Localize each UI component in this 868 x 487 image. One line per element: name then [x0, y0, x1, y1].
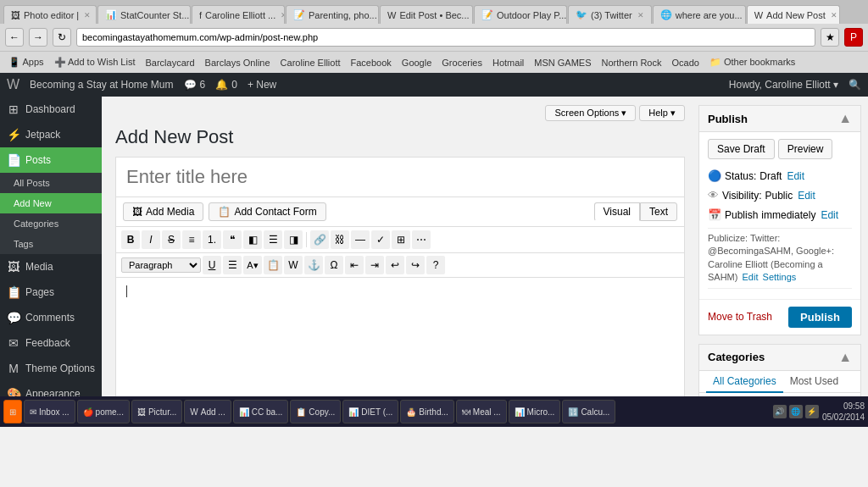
strikethrough-button[interactable]: S [162, 230, 181, 249]
sidebar-item-all-posts[interactable]: All Posts [0, 173, 102, 193]
show-hide-button[interactable]: ⋯ [412, 230, 431, 249]
sidebar-item-jetpack[interactable]: ⚡ Jetpack [0, 122, 102, 147]
status-edit-link[interactable]: Edit [787, 170, 804, 182]
editor-body[interactable] [116, 278, 684, 396]
publish-button[interactable]: Publish [788, 307, 852, 328]
post-title-input[interactable] [116, 158, 684, 197]
tab-caroline[interactable]: f Caroline Elliott ... ✕ [192, 5, 285, 24]
publicize-settings-link[interactable]: Settings [763, 272, 797, 282]
tab-close[interactable]: ✕ [281, 11, 285, 19]
tab-statcounter[interactable]: 📊 StatCounter St... ✕ [97, 5, 191, 24]
align-right-button[interactable]: ◨ [284, 230, 303, 249]
taskbar-item-meal[interactable]: 🍽 Meal ... [456, 400, 507, 423]
outdent-button[interactable]: ⇤ [345, 256, 364, 274]
bookmark-groceries[interactable]: Groceries [438, 57, 486, 69]
taskbar-item-calcu[interactable]: 🔢 Calcu... [562, 400, 615, 423]
refresh-button[interactable]: ↻ [53, 28, 71, 47]
bookmark-wish[interactable]: ➕ Add to Wish List [51, 56, 139, 69]
schedule-edit-link[interactable]: Edit [821, 209, 838, 221]
visual-tab[interactable]: Visual [594, 202, 640, 221]
back-button[interactable]: ← [5, 28, 24, 47]
admin-bar-howdy[interactable]: Howdy, Caroline Elliott ▾ [729, 79, 838, 91]
help-button[interactable]: Help ▾ [639, 105, 685, 121]
pinterest-button[interactable]: P [844, 28, 863, 47]
tab-twitter[interactable]: 🐦 (3) Twitter ✕ [568, 5, 652, 24]
taskbar-item-micro[interactable]: 📊 Micro... [509, 400, 561, 423]
bookmark-apps[interactable]: 📱 Apps [5, 56, 47, 69]
justify-button[interactable]: ☰ [223, 256, 242, 274]
bookmark-ocado[interactable]: Ocado [668, 57, 702, 69]
paste-word-button[interactable]: W [284, 256, 303, 274]
tab-photo-editor[interactable]: 🖼 Photo editor | ✕ [3, 5, 97, 24]
omega-button[interactable]: Ω [325, 256, 343, 274]
bookmark-msngames[interactable]: MSN GAMES [531, 57, 594, 69]
tab-close[interactable]: ✕ [831, 11, 837, 19]
text-tab[interactable]: Text [640, 202, 677, 221]
admin-bar-search[interactable]: 🔍 [849, 79, 861, 91]
tab-parenting[interactable]: 📝 Parenting, pho... ✕ [286, 5, 379, 24]
admin-bar-comments[interactable]: 💬 6 [184, 79, 206, 91]
align-left-button[interactable]: ◧ [243, 230, 262, 249]
taskbar-item-add[interactable]: W Add ... [184, 400, 231, 423]
blockquote-button[interactable]: ❝ [223, 230, 242, 249]
unordered-list-button[interactable]: ≡ [182, 230, 201, 249]
bookmark-barclays[interactable]: Barclays Online [202, 57, 274, 69]
publicize-edit-link[interactable]: Edit [743, 272, 759, 282]
tray-icon-1[interactable]: 🔊 [773, 405, 787, 418]
tab-close[interactable]: ✕ [637, 11, 644, 19]
visibility-edit-link[interactable]: Edit [798, 190, 815, 202]
categories-box-header[interactable]: Categories ▲ [699, 345, 860, 371]
tab-edit-post[interactable]: W Edit Post • Bec... ✕ [380, 5, 473, 24]
align-center-button[interactable]: ☰ [264, 230, 282, 249]
paste-text-button[interactable]: 📋 [264, 256, 282, 274]
sidebar-item-tags[interactable]: Tags [0, 234, 102, 254]
format-select[interactable]: Paragraph Heading 1 Heading 2 Heading 3 … [121, 257, 201, 273]
bookmark-northern[interactable]: Northern Rock [598, 57, 665, 69]
undo-button[interactable]: ↩ [386, 256, 404, 274]
taskbar-item-pictur[interactable]: 🖼 Pictur... [131, 400, 182, 423]
taskbar-item-inbox[interactable]: ✉ Inbox ... [24, 400, 75, 423]
sidebar-item-posts[interactable]: 📄 Posts [0, 147, 102, 173]
sidebar-item-add-new[interactable]: Add New [0, 193, 102, 213]
tray-icon-3[interactable]: ⚡ [805, 405, 819, 418]
sidebar-item-media[interactable]: 🖼 Media [0, 254, 102, 279]
ordered-list-button[interactable]: 1. [203, 230, 221, 249]
preview-button[interactable]: Preview [778, 139, 833, 159]
link-button[interactable]: 🔗 [310, 230, 329, 249]
taskbar-item-ccba[interactable]: 📊 CC ba... [233, 400, 289, 423]
italic-button[interactable]: I [142, 230, 160, 249]
bookmark-caroline[interactable]: Caroline Elliott [277, 57, 344, 69]
taskbar-item-diet[interactable]: 📊 DIET (... [342, 400, 398, 423]
redo-button[interactable]: ↪ [406, 256, 425, 274]
wp-more-button[interactable]: ✓ [371, 230, 390, 249]
add-contact-form-button[interactable]: 📋 Add Contact Form [209, 202, 326, 221]
sidebar-item-pages[interactable]: 📋 Pages [0, 279, 102, 305]
bookmark-barclaycard[interactable]: Barclaycard [142, 57, 198, 69]
admin-bar-site[interactable]: Becoming a Stay at Home Mum [30, 79, 173, 91]
taskbar-item-pome[interactable]: 🍎 pome... [77, 400, 130, 423]
help-editor-button[interactable]: ? [426, 256, 445, 274]
anchor-button[interactable]: ⚓ [304, 256, 323, 274]
insert-button[interactable]: — [351, 230, 370, 249]
sidebar-item-comments[interactable]: 💬 Comments [0, 305, 102, 330]
unlink-button[interactable]: ⛓ [331, 230, 349, 249]
forward-button[interactable]: → [29, 28, 47, 47]
sidebar-item-appearance[interactable]: 🎨 Appearance [0, 381, 102, 396]
url-input[interactable] [76, 28, 815, 47]
move-to-trash-link[interactable]: Move to Trash [708, 311, 772, 323]
wp-logo[interactable]: W [7, 77, 19, 92]
publish-box-header[interactable]: Publish ▲ [699, 106, 860, 132]
save-draft-button[interactable]: Save Draft [708, 139, 775, 159]
bookmark-google[interactable]: Google [398, 57, 435, 69]
bookmark-other[interactable]: 📁 Other bookmarks [706, 56, 798, 69]
bookmark-facebook[interactable]: Facebook [348, 57, 395, 69]
screen-options-button[interactable]: Screen Options ▾ [545, 105, 636, 121]
distraction-free-button[interactable]: ⊞ [392, 230, 410, 249]
most-used-tab[interactable]: Most Used [783, 371, 845, 392]
bold-button[interactable]: B [121, 230, 140, 249]
start-button[interactable]: ⊞ [3, 400, 22, 423]
sidebar-item-categories[interactable]: Categories [0, 213, 102, 234]
tray-icon-2[interactable]: 🌐 [789, 405, 803, 418]
tab-close[interactable]: ✕ [84, 11, 91, 19]
taskbar-item-birthd[interactable]: 🎂 Birthd... [400, 400, 453, 423]
